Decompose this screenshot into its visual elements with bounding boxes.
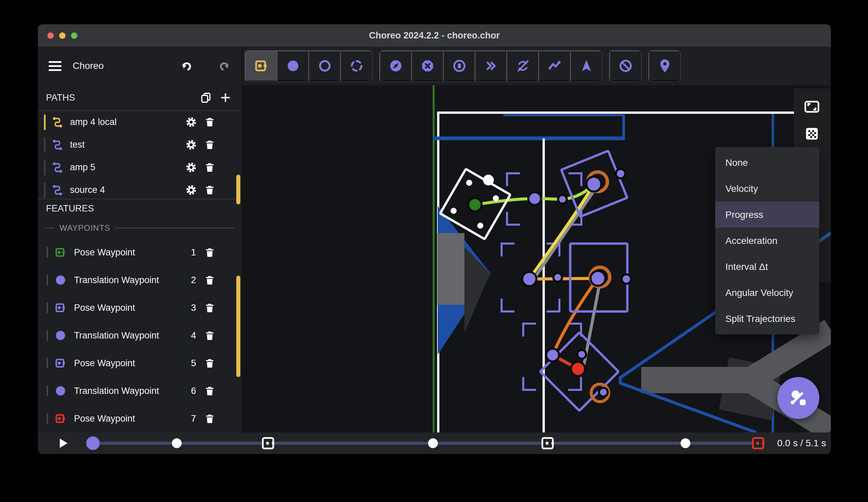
rotation-handle-start[interactable] (483, 175, 494, 186)
timeline-marker[interactable] (172, 439, 182, 448)
stop-point-tool-button[interactable] (411, 51, 443, 81)
menu-item[interactable]: None (715, 150, 819, 176)
waypoint-4[interactable] (522, 272, 536, 286)
field-grid-toggle-button[interactable] (803, 125, 821, 143)
timeline-marker[interactable] (752, 437, 764, 449)
paths-scrollbar[interactable] (236, 175, 240, 205)
path-delete-trash-icon[interactable] (204, 139, 215, 150)
waypoint-mid-a[interactable] (558, 195, 567, 204)
waypoint-row[interactable]: Pose Waypoint 7 (38, 405, 242, 432)
timeline-marker[interactable] (86, 437, 100, 450)
drag-handle[interactable] (46, 302, 48, 313)
redo-button[interactable] (215, 56, 234, 75)
drag-handle[interactable] (46, 413, 48, 424)
path-row[interactable]: source 4 (38, 179, 242, 199)
path-settings-gear-icon[interactable] (186, 162, 197, 173)
initial-guess-point-tool-button[interactable] (649, 51, 680, 81)
path-delete-trash-icon[interactable] (204, 185, 215, 196)
path-settings-gear-icon[interactable] (186, 185, 197, 196)
timeline[interactable]: 0.0 s / 5.1 s (38, 432, 831, 454)
undo-button[interactable] (177, 56, 196, 75)
timeline-marker[interactable] (428, 439, 438, 448)
path-settings-gear-icon[interactable] (186, 139, 197, 150)
path-selected-indicator (44, 115, 45, 130)
path-row[interactable]: amp 5 (38, 156, 242, 179)
waypoint-row[interactable]: Translation Waypoint 4 (38, 322, 242, 349)
waypoint-3-pose[interactable] (587, 177, 601, 191)
waypoint-delete-trash-icon[interactable] (204, 386, 215, 397)
waypoint-row[interactable]: Pose Waypoint 1 (38, 239, 242, 266)
waypoint-delete-trash-icon[interactable] (204, 330, 215, 341)
duplicate-path-button[interactable] (198, 90, 214, 106)
waypoint-5-pose[interactable] (590, 271, 606, 286)
waypoint-3-heading-handle[interactable] (616, 169, 625, 178)
waypoint-6[interactable] (546, 349, 559, 362)
waypoints-list: Pose Waypoint 1 (38, 239, 242, 432)
app-bar: Choreo (38, 46, 831, 85)
menu-item[interactable]: Interval Δt (715, 254, 819, 280)
drag-handle[interactable] (46, 330, 48, 341)
waypoint-row[interactable]: Pose Waypoint 3 (38, 294, 242, 322)
zoom-window-button[interactable] (71, 32, 78, 39)
waypoints-section-header: WAYPOINTS (38, 218, 242, 239)
initial-guess-waypoint-tool-button[interactable] (340, 51, 372, 81)
waypoint-delete-trash-icon[interactable] (204, 358, 215, 369)
drag-handle[interactable] (46, 358, 48, 368)
waypoint-delete-trash-icon[interactable] (204, 247, 215, 258)
translation-waypoint-tool-button[interactable] (277, 51, 309, 81)
waypoint-7-heading-handle[interactable] (599, 388, 608, 397)
waypoint-row[interactable]: Pose Waypoint 5 (38, 349, 242, 377)
window-title: Choreo 2024.2.2 - choreo.chor (369, 30, 499, 41)
menu-item[interactable]: Angular Velocity (715, 280, 819, 306)
features-scrollbar[interactable] (236, 276, 240, 377)
path-delete-trash-icon[interactable] (204, 116, 215, 128)
drag-handle[interactable] (46, 247, 48, 258)
no-rotation-tool-button[interactable] (507, 51, 538, 81)
waypoint-delete-trash-icon[interactable] (204, 302, 215, 314)
trajectory-segment-3 (529, 278, 598, 279)
menu-item[interactable]: Velocity (715, 176, 819, 202)
pin-group (648, 50, 681, 82)
max-velocity-tool-button[interactable] (475, 51, 507, 81)
stop-circle-tool-button[interactable] (443, 51, 475, 81)
waypoint-velocity-tool-button[interactable] (380, 51, 411, 81)
pose-waypoint-tool-button[interactable] (245, 51, 277, 81)
timeline-marker[interactable] (681, 439, 691, 448)
waypoint-5-heading-handle[interactable] (622, 274, 631, 284)
minimize-window-button[interactable] (59, 32, 65, 39)
timeline-marker[interactable] (262, 437, 274, 449)
path-row[interactable]: test (38, 134, 242, 156)
menu-item[interactable]: Split Trajectories (715, 306, 819, 332)
path-settings-gear-icon[interactable] (186, 116, 197, 128)
waypoint-delete-trash-icon[interactable] (204, 413, 215, 424)
timeline-track[interactable] (89, 442, 761, 445)
fit-to-view-button[interactable] (803, 98, 821, 116)
field-canvas[interactable]: None Velocity Progress Acceleration (242, 85, 831, 432)
keep-out-group (609, 50, 642, 82)
generate-path-fab[interactable] (777, 377, 819, 419)
waypoint-7-red[interactable] (571, 362, 585, 376)
drag-handle[interactable] (46, 386, 48, 396)
timeline-marker[interactable] (541, 437, 554, 449)
waypoint-row[interactable]: Translation Waypoint 6 (38, 377, 242, 405)
waypoint-1-green[interactable] (468, 198, 482, 211)
menu-hamburger-icon[interactable] (49, 61, 62, 71)
waypoint-delete-trash-icon[interactable] (204, 275, 215, 286)
waypoint-mid-c[interactable] (577, 350, 586, 359)
waypoint-row[interactable]: Translation Waypoint 2 (38, 266, 242, 294)
heading-tool-button[interactable] (570, 51, 602, 81)
straight-line-tool-button[interactable] (538, 51, 570, 81)
generate-path-icon (787, 387, 809, 409)
close-window-button[interactable] (47, 32, 54, 39)
waypoint-mid-b[interactable] (553, 273, 562, 282)
path-delete-trash-icon[interactable] (204, 162, 215, 173)
path-row[interactable]: amp 4 local (38, 111, 242, 134)
waypoint-2[interactable] (528, 192, 541, 205)
menu-item[interactable]: Progress (715, 202, 819, 228)
keep-out-zone-tool-button[interactable] (609, 51, 641, 81)
titlebar[interactable]: Choreo 2024.2.2 - choreo.chor (38, 24, 831, 46)
add-path-button[interactable] (217, 90, 234, 106)
menu-item[interactable]: Acceleration (715, 228, 819, 254)
drag-handle[interactable] (46, 275, 48, 285)
empty-waypoint-tool-button[interactable] (309, 51, 340, 81)
